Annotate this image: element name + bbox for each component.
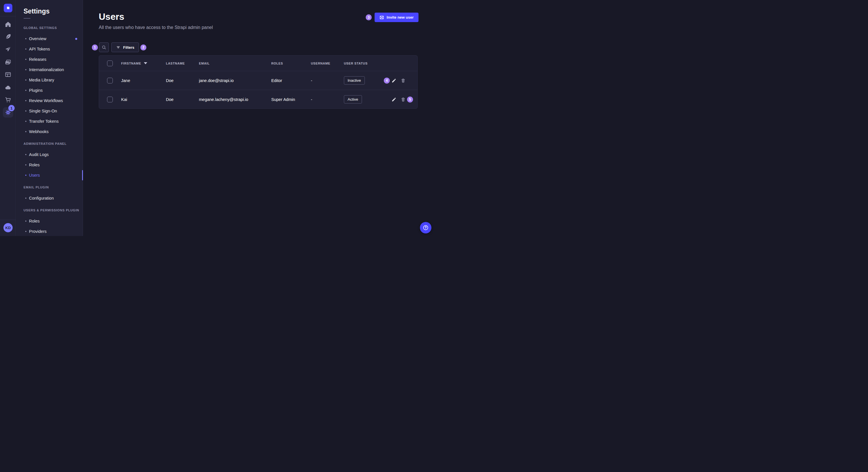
bullet-icon — [25, 221, 26, 222]
annotation-badge-1: 1 — [92, 44, 98, 50]
status-badge: Active — [344, 95, 362, 103]
bullet-icon — [25, 164, 26, 165]
sidebar-item-media-library[interactable]: Media Library — [17, 75, 83, 85]
cart-icon[interactable] — [5, 96, 11, 103]
sidebar-item-label: Webhooks — [29, 129, 49, 134]
user-avatar[interactable]: KD — [3, 223, 12, 232]
cell-firstname: Jane — [121, 78, 166, 83]
annotation-badge-2: 2 — [141, 44, 146, 50]
sidebar-item-label: Internationalization — [29, 67, 64, 72]
bullet-icon — [25, 121, 26, 122]
column-header-user-status[interactable]: USER STATUS — [344, 62, 386, 65]
strip-bottom-divider — [0, 220, 16, 220]
home-icon[interactable] — [5, 21, 11, 28]
sidebar-item-label: Review Workflows — [29, 98, 63, 103]
bullet-icon — [25, 175, 26, 176]
sidebar-item-transfer-tokens[interactable]: Transfer Tokens — [17, 116, 83, 127]
cell-firstname: Kai — [121, 97, 166, 102]
sidebar-item-label: Plugins — [29, 88, 43, 93]
page-title: Users — [99, 11, 124, 22]
bullet-icon — [25, 90, 26, 91]
sort-caret-down-icon[interactable] — [144, 62, 147, 64]
bullet-icon — [25, 110, 26, 111]
users-table: FIRSTNAME LASTNAME EMAIL ROLES USERNAME … — [99, 55, 417, 109]
sidebar-item-label: Roles — [29, 219, 40, 224]
filters-button[interactable]: Filters — [112, 42, 139, 52]
cell-email: jane.doe@strapi.io — [199, 78, 271, 83]
table-row[interactable]: Kai Doe megane.lacheny@strapi.io Super A… — [99, 90, 417, 109]
delete-trash-icon[interactable] — [401, 97, 406, 102]
overview-notification-dot — [75, 38, 77, 40]
select-all-checkbox[interactable] — [107, 61, 113, 66]
sidebar-item-label: Media Library — [29, 78, 54, 82]
sidebar-title-divider — [24, 18, 30, 19]
sidebar-item-overview[interactable]: Overview — [17, 34, 83, 44]
sidebar-item-review-workflows[interactable]: Review Workflows — [17, 96, 83, 106]
column-header-lastname[interactable]: LASTNAME — [166, 62, 199, 65]
bullet-icon — [25, 79, 26, 80]
active-item-indicator — [82, 170, 83, 180]
sidebar-item-up-roles[interactable]: Roles — [17, 216, 83, 226]
help-button[interactable] — [420, 222, 431, 233]
sidebar-item-admin-roles[interactable]: Roles — [17, 160, 83, 170]
sidebar-item-internationalization[interactable]: Internationalization — [17, 65, 83, 75]
media-library-icon[interactable] — [5, 59, 11, 66]
sidebar-item-plugins[interactable]: Plugins — [17, 85, 83, 96]
cell-username: - — [311, 97, 344, 102]
bullet-icon — [25, 154, 26, 155]
sidebar-item-label: Configuration — [29, 196, 54, 200]
column-header-firstname[interactable]: FIRSTNAME — [121, 62, 166, 65]
sidebar-title: Settings — [24, 7, 83, 15]
cloud-icon[interactable] — [5, 84, 11, 91]
bullet-icon — [25, 100, 26, 101]
bullet-icon — [25, 131, 26, 132]
table-row[interactable]: Jane Doe jane.doe@strapi.io Editor - Ina… — [99, 71, 417, 90]
search-button[interactable] — [99, 42, 109, 52]
edit-pencil-icon[interactable] — [392, 97, 396, 102]
invite-new-user-button[interactable]: Invite new user — [375, 12, 418, 22]
sidebar-item-webhooks[interactable]: Webhooks — [17, 127, 83, 137]
strapi-logo-icon — [5, 5, 11, 11]
bullet-icon — [25, 38, 26, 39]
cell-lastname: Doe — [166, 78, 199, 83]
bullet-icon — [25, 69, 26, 70]
column-header-username[interactable]: USERNAME — [311, 62, 344, 65]
column-header-roles[interactable]: ROLES — [271, 62, 311, 65]
sidebar-item-single-sign-on[interactable]: Single Sign-On — [17, 106, 83, 116]
sidebar-item-configuration[interactable]: Configuration — [17, 193, 83, 203]
sidebar-item-users[interactable]: Users — [17, 170, 83, 180]
bullet-icon — [25, 198, 26, 199]
cell-roles: Super Admin — [271, 97, 311, 102]
row-checkbox[interactable] — [107, 97, 113, 102]
sidebar-item-audit-logs[interactable]: Audit Logs — [17, 149, 83, 160]
section-label-administration-panel: ADMINISTRATION PANEL — [24, 142, 83, 146]
cell-email: megane.lacheny@strapi.io — [199, 97, 271, 102]
sidebar-item-label: Single Sign-On — [29, 109, 57, 113]
sidebar-item-releases[interactable]: Releases — [17, 54, 83, 65]
sidebar-item-label: Releases — [29, 57, 46, 62]
users-permissions-list: Roles Providers — [17, 216, 83, 236]
column-header-email[interactable]: EMAIL — [199, 62, 271, 65]
bullet-icon — [25, 48, 26, 49]
strapi-logo[interactable] — [4, 4, 12, 12]
row-actions: 5 — [386, 90, 417, 109]
email-plugin-list: Configuration — [17, 193, 83, 203]
feather-icon[interactable] — [5, 33, 11, 40]
invite-button-label: Invite new user — [386, 15, 414, 20]
layout-icon[interactable] — [5, 71, 11, 78]
paper-plane-icon[interactable] — [5, 46, 11, 53]
row-checkbox[interactable] — [107, 78, 113, 83]
filter-icon — [116, 45, 121, 49]
annotation-badge-3: 3 — [366, 14, 372, 20]
sidebar-item-api-tokens[interactable]: API Tokens — [17, 44, 83, 54]
delete-trash-icon[interactable] — [401, 78, 406, 83]
sidebar-item-providers[interactable]: Providers — [17, 226, 83, 236]
settings-sidebar: Settings GLOBAL SETTINGS Overview API To… — [17, 0, 83, 236]
sidebar-item-label: Transfer Tokens — [29, 119, 59, 124]
row-actions: 4 — [386, 71, 417, 90]
edit-pencil-icon[interactable] — [392, 78, 396, 83]
bullet-icon — [25, 231, 26, 232]
section-label-global-settings: GLOBAL SETTINGS — [24, 26, 83, 30]
strip-divider — [0, 16, 16, 16]
annotation-badge-5: 5 — [407, 96, 413, 102]
